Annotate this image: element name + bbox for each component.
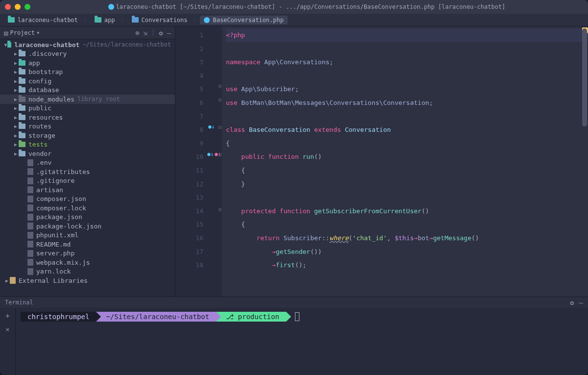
code-line[interactable]: use BotMan\BotMan\Messages\Conversations…: [226, 96, 588, 110]
line-number[interactable]: 5: [175, 82, 203, 96]
code-line[interactable]: {: [226, 164, 588, 177]
locate-icon[interactable]: ⊕: [135, 29, 139, 37]
line-number[interactable]: 11: [175, 164, 203, 177]
tree-item[interactable]: package-lock.json: [0, 222, 175, 231]
tree-arrow-icon[interactable]: ▶: [13, 105, 19, 111]
tree-item[interactable]: ▶config: [0, 76, 175, 86]
tree-arrow-icon[interactable]: ▶: [13, 51, 19, 56]
tree-item[interactable]: .env: [0, 158, 175, 168]
tree-item[interactable]: phpunit.xml: [0, 231, 175, 240]
tree-item[interactable]: .gitattributes: [0, 167, 175, 176]
fold-icon[interactable]: ⊟: [219, 97, 221, 102]
tree-item[interactable]: package.json: [0, 213, 175, 222]
scrollbar-thumb[interactable]: [582, 28, 587, 126]
line-number[interactable]: 2: [175, 42, 203, 56]
tree-arrow-icon[interactable]: ▶: [13, 124, 19, 129]
tree-arrow-icon[interactable]: ▶: [13, 151, 19, 156]
tree-item[interactable]: webpack.mix.js: [0, 258, 175, 267]
sidebar-title[interactable]: ▤ Project ▼: [4, 29, 135, 37]
gear-icon[interactable]: ✿: [159, 29, 163, 37]
line-number[interactable]: 13: [175, 191, 203, 204]
tree-item[interactable]: server.php: [0, 249, 175, 258]
tree-item[interactable]: artisan: [0, 185, 175, 195]
line-number[interactable]: 1: [175, 28, 203, 42]
line-number[interactable]: 17: [175, 245, 203, 259]
tree-arrow-icon[interactable]: ▶: [13, 78, 19, 84]
code-line[interactable]: }: [226, 177, 588, 191]
code-line[interactable]: [226, 42, 588, 56]
scrollbar[interactable]: [582, 26, 587, 297]
line-number[interactable]: 8: [175, 123, 203, 137]
code-line[interactable]: [226, 191, 588, 204]
crumb-root[interactable]: laraconeu-chatbot: [4, 16, 82, 25]
tree-item[interactable]: ▶External Libraries: [0, 276, 175, 285]
tree-arrow-icon[interactable]: ▶: [13, 97, 19, 102]
hide-icon[interactable]: —: [167, 29, 171, 37]
crumb-file[interactable]: BaseConversation.php: [200, 16, 288, 25]
hide-icon[interactable]: —: [579, 299, 583, 306]
line-number[interactable]: 10: [175, 150, 203, 164]
code-line[interactable]: protected function getSubscriberFromCurr…: [226, 204, 588, 218]
tree-item[interactable]: ▶storage: [0, 131, 175, 140]
fold-icon[interactable]: ⊟: [219, 125, 221, 130]
tree-arrow-icon[interactable]: ▶: [13, 142, 19, 147]
tree-item[interactable]: ▶.discovery: [0, 50, 175, 59]
fold-icon[interactable]: ⊟: [219, 207, 221, 212]
crumb-conversations[interactable]: Conversations: [128, 16, 192, 25]
crumb-app[interactable]: app: [91, 16, 119, 25]
new-tab-button[interactable]: +: [5, 312, 9, 320]
tree-item[interactable]: .gitignore: [0, 176, 175, 186]
tree-item[interactable]: composer.lock: [0, 203, 175, 213]
tree-item[interactable]: ▼laraconeu-chatbot~/Sites/laraconeu-chat…: [0, 40, 175, 50]
code-line[interactable]: return Subscriber::where('chat_id', $thi…: [226, 231, 588, 245]
line-number[interactable]: 7: [175, 110, 203, 124]
override-down-icon[interactable]: ●↓: [207, 151, 214, 157]
tree-item[interactable]: ▶vendor: [0, 149, 175, 158]
line-number[interactable]: 18: [175, 258, 203, 272]
line-number[interactable]: 16: [175, 231, 203, 245]
override-down-icon[interactable]: ●↓: [208, 124, 215, 130]
code-line[interactable]: [226, 110, 588, 124]
tree-item[interactable]: ▶bootstrap: [0, 68, 175, 77]
tree-arrow-icon[interactable]: ▶: [13, 60, 19, 66]
tree-arrow-icon[interactable]: ▶: [13, 133, 19, 138]
close-button[interactable]: [5, 4, 11, 10]
tree-item[interactable]: ▶tests: [0, 140, 175, 150]
dropdown-icon[interactable]: ▼: [37, 30, 39, 35]
code-line[interactable]: [226, 69, 588, 83]
line-number[interactable]: 9: [175, 137, 203, 150]
project-tree[interactable]: ▼laraconeu-chatbot~/Sites/laraconeu-chat…: [0, 39, 175, 297]
line-number[interactable]: 3: [175, 55, 203, 69]
code-line[interactable]: namespace App\Conversations;: [226, 55, 588, 69]
tree-arrow-icon[interactable]: ▶: [4, 278, 10, 283]
code-line[interactable]: <?php: [226, 28, 588, 42]
collapse-icon[interactable]: ⇲: [143, 29, 147, 37]
code-line[interactable]: {: [226, 137, 588, 150]
maximize-button[interactable]: [24, 4, 30, 10]
line-number[interactable]: 12: [175, 177, 203, 191]
minimize-button[interactable]: [15, 4, 21, 10]
code-line[interactable]: public function run(): [226, 150, 588, 164]
line-number[interactable]: 14: [175, 204, 203, 218]
code-line[interactable]: {: [226, 218, 588, 231]
close-tab-button[interactable]: ×: [5, 325, 9, 333]
tree-item[interactable]: yarn.lock: [0, 267, 175, 276]
line-number[interactable]: 15: [175, 218, 203, 231]
code-line[interactable]: →first();: [226, 258, 588, 272]
tree-item[interactable]: ▶database: [0, 86, 175, 95]
code-line[interactable]: →getSender()): [226, 245, 588, 259]
line-number[interactable]: 6: [175, 96, 203, 110]
fold-icon[interactable]: ⊟: [219, 83, 221, 89]
tree-arrow-icon[interactable]: ▼: [4, 42, 7, 48]
line-number[interactable]: 4: [175, 69, 203, 83]
tree-item[interactable]: README.md: [0, 240, 175, 249]
terminal-content[interactable]: christophrumpel ~/Sites/laraconeu-chatbo…: [16, 308, 588, 375]
tree-item[interactable]: ▶node_moduleslibrary root: [0, 95, 175, 104]
tree-item[interactable]: ▶routes: [0, 122, 175, 131]
code-line[interactable]: use App\Subscriber;: [226, 82, 588, 96]
code-line[interactable]: class BaseConversation extends Conversat…: [226, 123, 588, 137]
tree-item[interactable]: ▶public: [0, 104, 175, 113]
code-area[interactable]: <?php namespace App\Conversations; use A…: [222, 26, 588, 297]
tree-item[interactable]: ▶app: [0, 58, 175, 68]
tree-arrow-icon[interactable]: ▶: [13, 69, 19, 75]
